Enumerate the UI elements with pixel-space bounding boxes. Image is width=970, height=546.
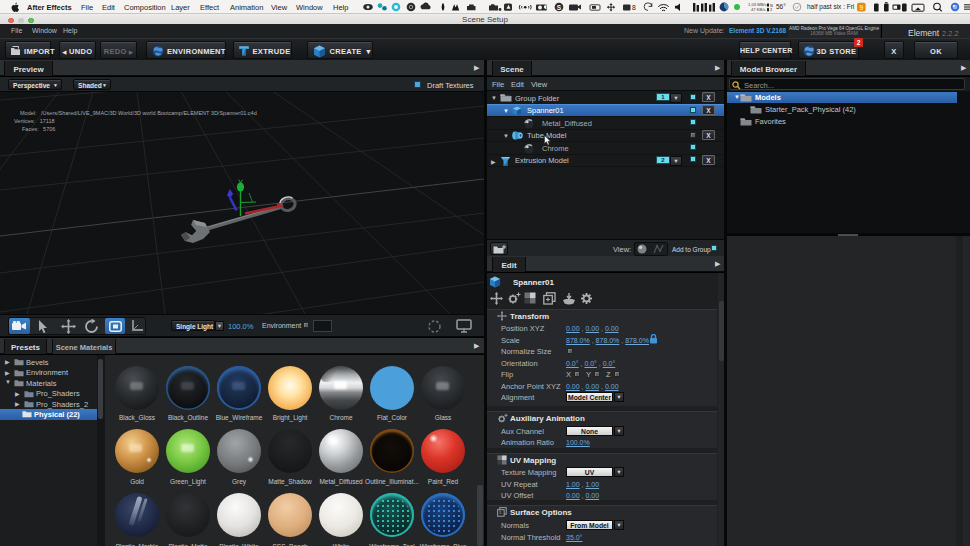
svg-text:half past six : Fri: half past six : Fri [807,3,854,11]
svg-text:56°: 56° [776,3,786,10]
svg-text:2: 2 [770,8,772,12]
svg-text:S: S [557,3,562,10]
svg-text:47 KB/s: 47 KB/s [751,7,766,12]
svg-text:Vertices: 17118: Vertices: 17118 [14,118,55,124]
svg-text:8: 8 [632,3,636,10]
svg-text:N: N [770,3,773,7]
svg-text:Model: /Users/Shared/LIVE_9M: Model: /Users/Shared/LIVE_9MAC/3D World/… [20,110,257,116]
svg-text:Faces: 5706: Faces: 5706 [22,126,55,132]
svg-text:9: 9 [859,3,863,10]
